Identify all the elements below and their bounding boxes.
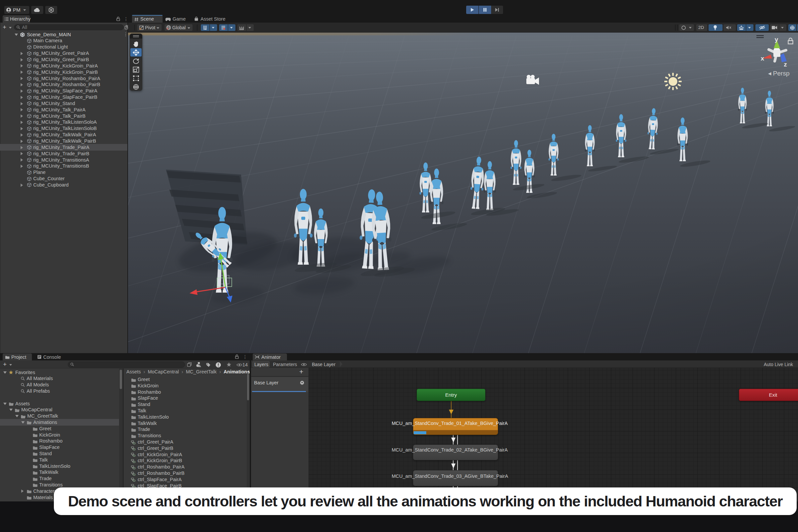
svg-text:◂ Persp: ◂ Persp [768, 70, 790, 77]
svg-text:x: x [761, 55, 764, 62]
svg-text:z: z [784, 61, 787, 68]
svg-text:y: y [775, 36, 778, 43]
